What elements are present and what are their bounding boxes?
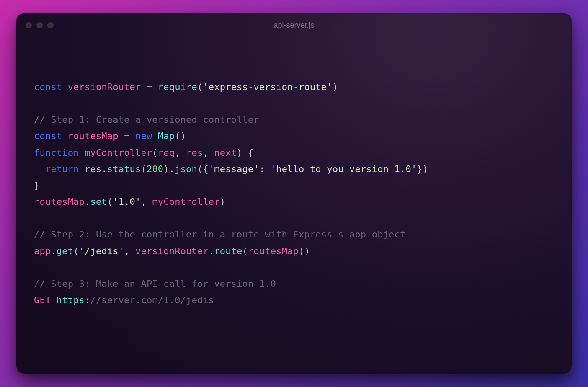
space: [79, 164, 85, 174]
param-res: res: [186, 147, 203, 158]
method-get: get: [57, 246, 73, 256]
comma: ,: [203, 147, 214, 158]
method-set: set: [90, 196, 107, 207]
title-bar: api-server.js: [16, 13, 572, 37]
paren-open: (: [242, 246, 248, 256]
paren-close: ): [299, 246, 304, 256]
dot: .: [209, 246, 214, 256]
operator-equals: =: [141, 82, 157, 92]
parens: (): [175, 131, 186, 141]
param-req: req: [158, 147, 175, 158]
paren-close: ): [220, 196, 225, 207]
keyword-const: const: [34, 131, 62, 141]
paren-close-brace: ) {: [237, 147, 253, 158]
comment-step2: // Step 2: Use the controller in a route…: [34, 229, 405, 240]
ident-versionRouter: versionRouter: [68, 82, 141, 92]
ident-routesMap: routesMap: [248, 246, 299, 256]
dot: .: [169, 164, 175, 174]
ident-versionRouter: versionRouter: [135, 246, 209, 256]
string-key: 'message': [209, 164, 259, 174]
method-json: json: [175, 164, 197, 174]
keyword-return: return: [45, 164, 79, 174]
http-method-get: GET: [34, 295, 51, 305]
url-rest: //server.com/1.0/jedis: [90, 295, 214, 305]
ident-myController: myController: [152, 196, 219, 207]
method-route: route: [214, 246, 242, 256]
keyword-const: const: [34, 82, 62, 92]
method-status: status: [107, 164, 141, 174]
keyword-function: function: [34, 147, 79, 158]
url-scheme: https: [57, 295, 85, 305]
dot: .: [85, 196, 90, 207]
ident-app: app: [34, 246, 51, 256]
paren-close: ): [304, 246, 309, 256]
editor-window: api-server.js const versionRouter = requ…: [16, 13, 572, 374]
window-controls: [26, 22, 54, 28]
dot: .: [101, 164, 107, 174]
colon: :: [259, 164, 271, 174]
ident-routesMap: routesMap: [34, 196, 85, 207]
string-literal: '1.0': [113, 196, 141, 207]
string-value: 'hello to you version 1.0': [271, 164, 417, 174]
indent: [34, 164, 45, 174]
string-literal: '/jedis': [79, 246, 124, 256]
paren-open: (: [197, 82, 203, 92]
maximize-icon[interactable]: [47, 22, 54, 28]
paren-close: ): [163, 164, 169, 174]
ident-routesMap: routesMap: [68, 131, 119, 141]
ident-res: res: [85, 164, 101, 174]
class-Map: Map: [158, 131, 175, 141]
paren-brace-open: ({: [197, 164, 209, 174]
paren-open: (: [141, 164, 146, 174]
paren-open: (: [152, 147, 157, 158]
code-area: const versionRouter = require('express-v…: [16, 37, 572, 326]
comma: ,: [141, 196, 152, 207]
comment-step1: // Step 1: Create a versioned controller: [34, 114, 259, 125]
keyword-new: new: [135, 131, 152, 141]
comment-step3: // Step 3: Make an API call for version …: [34, 279, 276, 289]
param-next: next: [214, 147, 237, 158]
operator-equals: =: [119, 131, 135, 141]
ident-myController: myController: [85, 147, 152, 158]
paren-open: (: [107, 196, 113, 207]
number-200: 200: [147, 164, 163, 174]
paren-close: ): [333, 82, 338, 92]
brace-paren-close: }): [417, 164, 428, 174]
string-literal: 'express-version-route': [203, 82, 332, 92]
brace-close: }: [34, 180, 39, 191]
comma: ,: [124, 246, 135, 256]
close-icon[interactable]: [26, 22, 32, 28]
file-title: api-server.js: [16, 21, 572, 30]
paren-open: (: [73, 246, 79, 256]
fn-require: require: [158, 82, 197, 92]
minimize-icon[interactable]: [36, 22, 43, 28]
space: [51, 295, 56, 305]
comma: ,: [175, 147, 186, 158]
dot: .: [51, 246, 56, 256]
colon: :: [85, 295, 90, 305]
